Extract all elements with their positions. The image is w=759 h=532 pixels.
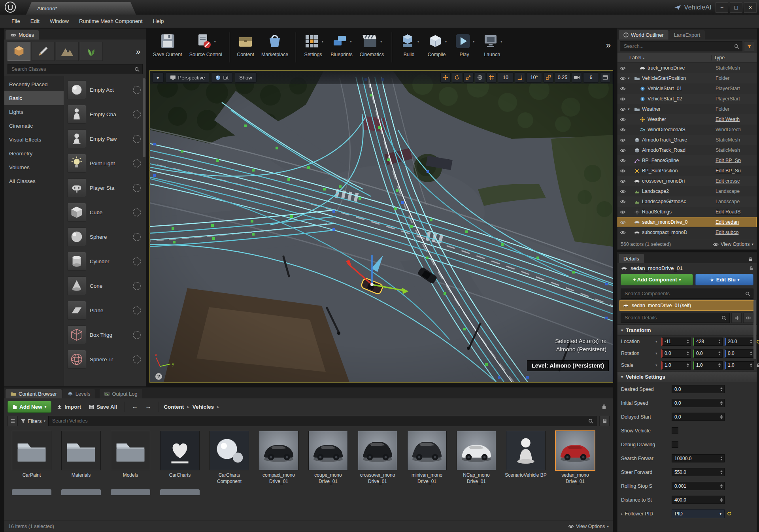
drag-grip-icon[interactable]: [133, 208, 141, 217]
breadcrumb-content[interactable]: Content: [164, 404, 184, 410]
toolbar-cinematics-button[interactable]: ▾Cinematics: [356, 32, 388, 58]
search-details-box[interactable]: [621, 313, 730, 323]
edit-blueprint-button[interactable]: Edit Blu▾: [695, 274, 753, 285]
outliner-row[interactable]: RoadSettingsEdit RoadS: [617, 207, 757, 217]
asset-thumbnail[interactable]: [506, 431, 546, 470]
toolbar-blueprints-button[interactable]: ▾Blueprints: [327, 32, 356, 58]
asset-tile-partial[interactable]: [59, 489, 104, 495]
transform-row-label[interactable]: Scale: [621, 362, 653, 368]
filters-button[interactable]: Filters▾: [21, 418, 45, 424]
transform-value-x[interactable]: 1.0: [661, 361, 691, 370]
add-new-button[interactable]: Add New▾: [8, 401, 51, 413]
asset-tile-car-dark[interactable]: compact_mono Drive_01: [256, 431, 301, 485]
drag-grip-icon[interactable]: [133, 257, 141, 266]
visibility-eye-icon[interactable]: [617, 97, 628, 101]
toolbar-settings-button[interactable]: ▾Settings: [299, 32, 327, 58]
translate-tool-icon[interactable]: [440, 72, 451, 83]
toolbar-compile-button[interactable]: ▾Compile: [423, 32, 451, 58]
modes-scrollbar[interactable]: [143, 78, 145, 157]
follower-pid-dropdown[interactable]: PID▾: [672, 509, 725, 518]
drag-grip-icon[interactable]: [133, 306, 141, 315]
asset-tile-folder[interactable]: Materials: [59, 431, 104, 485]
visibility-eye-icon[interactable]: [617, 138, 628, 142]
grid-snap-icon[interactable]: [486, 72, 497, 83]
component-self-row[interactable]: sedan_monoDrive_01(self): [620, 301, 754, 310]
toolbar-save-current-button[interactable]: Save Current: [149, 32, 186, 58]
asset-thumbnail[interactable]: [358, 431, 397, 470]
rotation-snap-icon[interactable]: [515, 72, 525, 83]
details-scrollbar[interactable]: [753, 300, 756, 359]
category-visual-effects[interactable]: Visual Effects: [4, 133, 64, 147]
asset-tile-car-red[interactable]: sedan_mono Drive_01: [553, 431, 598, 485]
value-spinner[interactable]: [718, 339, 721, 344]
add-component-button[interactable]: + Add Component▾: [621, 274, 693, 285]
placeable-item-sphere[interactable]: Sphere: [67, 224, 144, 249]
outliner-search-input[interactable]: [623, 43, 732, 49]
asset-thumbnail-partial[interactable]: [61, 489, 101, 495]
asset-tile-car-suv[interactable]: crossover_mono Drive_01: [355, 431, 400, 485]
menu-item-help[interactable]: Help: [148, 15, 169, 27]
vehicle-settings-section-header[interactable]: ▾Vehicle Settings: [617, 371, 757, 382]
placeable-item-box-trigger[interactable]: Box Trigg: [67, 323, 144, 347]
outliner-row-type[interactable]: Edit RoadS: [716, 209, 757, 215]
vehicle-setting-input[interactable]: 0.0: [672, 413, 725, 421]
outliner-row[interactable]: ▾VehicleStartPositionFolder: [617, 73, 757, 83]
scale-tool-icon[interactable]: [463, 72, 474, 83]
search-vehicles-box[interactable]: [48, 416, 597, 426]
paint-tool-button[interactable]: [32, 42, 55, 61]
search-details-input[interactable]: [624, 315, 719, 321]
asset-thumbnail[interactable]: [407, 431, 447, 470]
visibility-eye-icon[interactable]: [617, 77, 628, 80]
value-spinner[interactable]: [687, 362, 690, 368]
asset-thumbnail[interactable]: [12, 431, 51, 470]
share-icon[interactable]: [674, 5, 681, 10]
outliner-row[interactable]: AlmodoTrack_RoadStaticMesh: [617, 145, 757, 155]
value-spinner[interactable]: [718, 351, 721, 356]
placeable-item-plane[interactable]: Plane: [67, 298, 144, 323]
mode-tools-overflow-chevron[interactable]: »: [136, 47, 143, 56]
outliner-row-type[interactable]: Edit crossc: [716, 178, 757, 184]
vehicle-setting-input[interactable]: 10000.0: [672, 454, 725, 462]
landscape-tool-button[interactable]: [56, 42, 79, 61]
breadcrumb-vehicles[interactable]: Vehicles: [193, 404, 214, 410]
asset-tile-carcharts[interactable]: CarCharts: [157, 431, 202, 485]
help-icon[interactable]: ?: [155, 373, 162, 380]
category-all-classes[interactable]: All Classes: [4, 174, 64, 188]
reset-to-default-icon[interactable]: [727, 511, 731, 516]
save-all-button[interactable]: Save All: [87, 404, 119, 410]
outliner-row-type[interactable]: Edit BP_Su: [716, 168, 757, 174]
place-tool-button[interactable]: [8, 42, 30, 61]
outliner-filter-button[interactable]: [744, 41, 754, 51]
scale-snap-icon[interactable]: [543, 72, 553, 83]
foliage-tool-button[interactable]: [80, 42, 103, 61]
camera-speed-value[interactable]: 6: [583, 72, 599, 83]
vehicle-setting-input[interactable]: 550.0: [672, 468, 725, 476]
outliner-row-type[interactable]: Edit sedan: [716, 219, 757, 225]
scale-snap-value[interactable]: 0.25: [555, 72, 570, 83]
scale-lock-icon[interactable]: [756, 363, 759, 368]
outliner-row-type[interactable]: Edit subco: [716, 230, 757, 235]
visibility-eye-icon[interactable]: [617, 108, 628, 111]
drag-grip-icon[interactable]: [133, 110, 141, 119]
transform-value-y[interactable]: 428: [693, 338, 723, 346]
level-editor-tab[interactable]: Almono*: [26, 2, 136, 15]
vehicle-setting-input[interactable]: 400.0: [672, 496, 725, 504]
close-button[interactable]: ×: [744, 2, 757, 13]
tab-modes[interactable]: Modes: [6, 30, 39, 40]
asset-tile-partial[interactable]: [108, 489, 153, 495]
world-space-toggle-icon[interactable]: [475, 72, 485, 83]
value-spinner[interactable]: [720, 470, 723, 475]
placeable-item-cube[interactable]: Cube: [67, 200, 144, 224]
category-lights[interactable]: Lights: [4, 105, 64, 119]
show-flags-button[interactable]: Show: [235, 72, 257, 83]
visibility-eye-icon[interactable]: [617, 159, 628, 162]
tab-output-log[interactable]: Output Log: [100, 389, 142, 398]
vehicle-setting-input[interactable]: 0.0: [672, 385, 725, 393]
asset-tile-component[interactable]: CarCharts Component: [207, 431, 252, 485]
value-spinner[interactable]: [750, 362, 753, 368]
perspective-button[interactable]: Perspective: [166, 72, 210, 83]
menu-item-file[interactable]: File: [6, 15, 25, 27]
outliner-view-options[interactable]: View Options ▾: [713, 241, 753, 247]
transform-value-z[interactable]: 20.0: [725, 338, 754, 346]
asset-thumbnail[interactable]: [61, 431, 101, 470]
